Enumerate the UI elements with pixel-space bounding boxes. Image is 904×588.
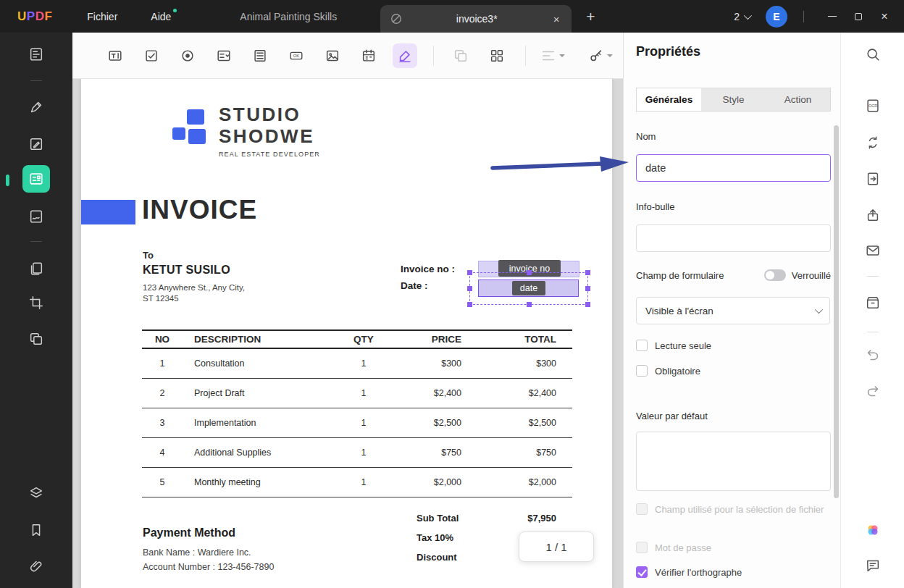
ai-assistant-button[interactable] — [859, 516, 887, 544]
resize-handle[interactable] — [585, 270, 590, 275]
image-field-tool[interactable] — [320, 43, 345, 68]
minimize-button[interactable] — [821, 6, 843, 28]
sidebar-pages-button[interactable] — [22, 255, 50, 282]
undo-button[interactable] — [859, 341, 887, 369]
signature-field-tool[interactable] — [393, 43, 417, 68]
redo-button[interactable] — [859, 377, 887, 405]
menu-fichier[interactable]: Fichier — [87, 11, 117, 22]
spellcheck-label: Vérifier l'orthographe — [655, 566, 742, 579]
sidebar-annotate-button[interactable] — [22, 93, 50, 121]
document-canvas[interactable]: STUDIO SHODWE REAL ESTATE DEVELOPER INVO… — [72, 79, 623, 588]
compare-button[interactable] — [859, 129, 887, 156]
subtotal-value: $7,950 — [527, 513, 556, 524]
tab-generales[interactable]: Générales — [637, 88, 701, 111]
panel-scrollbar[interactable] — [834, 125, 839, 498]
invoice-page: STUDIO SHODWE REAL ESTATE DEVELOPER INVO… — [81, 79, 612, 588]
ocr-button[interactable]: OCR — [859, 92, 887, 119]
cell: 3 — [142, 418, 183, 428]
readonly-checkbox-row[interactable]: Lecture seule — [636, 340, 826, 352]
page-indicator[interactable]: 1 / 1 — [519, 532, 594, 562]
locked-toggle[interactable] — [764, 269, 786, 281]
cell: $2,000 — [385, 477, 461, 487]
main-row: OK — [0, 33, 904, 588]
default-value-textarea[interactable] — [636, 432, 831, 491]
tab-animal-painting-skills[interactable]: Animal Painting Skills — [240, 11, 337, 22]
cell: Monthly meeting — [183, 477, 342, 487]
search-button[interactable] — [859, 41, 887, 68]
close-tab-icon[interactable]: × — [550, 13, 563, 25]
resize-handle[interactable] — [467, 286, 472, 291]
file-select-checkbox — [636, 503, 648, 515]
email-button[interactable] — [859, 237, 887, 264]
cell: 1 — [342, 418, 385, 428]
document-count-dropdown[interactable]: 2 — [734, 11, 750, 22]
name-label: Nom — [636, 131, 656, 142]
list-box-field-tool[interactable] — [248, 43, 272, 68]
sidebar-read-button[interactable] — [22, 41, 50, 68]
payment-block: Payment Method Bank Name : Wardiere Inc.… — [143, 526, 274, 574]
client-name: KETUT SUSILO — [143, 264, 230, 277]
cell: $2,500 — [385, 418, 461, 428]
export-page-button[interactable] — [859, 165, 887, 193]
archive-button[interactable] — [859, 289, 887, 316]
sidebar-attachments-button[interactable] — [22, 553, 50, 580]
cell: $300 — [461, 358, 572, 369]
readonly-checkbox[interactable] — [636, 340, 648, 351]
sidebar-sign-button[interactable] — [22, 203, 50, 230]
sidebar-layers-button[interactable] — [22, 479, 50, 507]
logo-letter: F — [44, 9, 52, 24]
resize-handle[interactable] — [527, 270, 532, 275]
tab-style[interactable]: Style — [701, 88, 766, 111]
sidebar-edit-button[interactable] — [22, 130, 50, 158]
invoice-title: INVOICE — [142, 195, 257, 225]
cell: Consultation — [183, 358, 342, 369]
sidebar-forms-button[interactable] — [22, 165, 50, 193]
right-sidebar: OCR — [840, 33, 904, 588]
maximize-button[interactable] — [848, 6, 869, 28]
required-checkbox[interactable] — [636, 365, 648, 377]
cell: $750 — [461, 448, 572, 458]
spellcheck-checkbox-row[interactable]: Vérifier l'orthographe — [636, 566, 826, 579]
date-field-tool[interactable] — [356, 43, 381, 68]
align-fields-tool[interactable] — [540, 48, 565, 64]
tab-invoice3[interactable]: invoice3* × — [380, 5, 572, 33]
resize-handle[interactable] — [527, 302, 532, 307]
share-button[interactable] — [859, 201, 887, 229]
name-input[interactable] — [636, 154, 831, 182]
logo-letter: U — [17, 9, 27, 24]
col-header: PRICE — [385, 334, 461, 345]
cell: $2,400 — [385, 388, 461, 398]
payment-account: Account Number : 123-456-7890 — [143, 560, 274, 575]
combo-box-field-tool[interactable] — [212, 43, 236, 68]
toggle-knob — [766, 271, 774, 280]
field-properties-tool[interactable] — [588, 48, 613, 64]
sidebar-bookmarks-button[interactable] — [22, 516, 50, 544]
form-toolbar: OK — [72, 33, 623, 79]
close-window-button[interactable]: × — [874, 6, 895, 28]
text-field-tool[interactable] — [103, 43, 127, 68]
resize-handle[interactable] — [585, 286, 590, 291]
menu-aide[interactable]: Aide — [151, 11, 171, 22]
arrange-fields-tool[interactable] — [485, 43, 509, 68]
sidebar-convert-button[interactable] — [22, 325, 50, 353]
resize-handle[interactable] — [467, 302, 472, 307]
visibility-select[interactable]: Visible à l'écran — [636, 297, 830, 324]
avatar[interactable]: E — [766, 6, 787, 28]
comment-button[interactable] — [859, 552, 887, 579]
checkbox-field-tool[interactable] — [139, 43, 164, 68]
cell: $2,400 — [461, 388, 572, 398]
push-button-field-tool[interactable]: OK — [284, 43, 309, 68]
radio-button-field-tool[interactable] — [175, 43, 200, 68]
required-checkbox-row[interactable]: Obligatoire — [636, 365, 826, 377]
titlebar-right-cluster: 2 E × — [734, 6, 895, 28]
sidebar-crop-button[interactable] — [22, 289, 50, 316]
spellcheck-checkbox[interactable] — [636, 566, 648, 578]
resize-handle[interactable] — [585, 302, 590, 307]
notification-dot — [173, 9, 177, 12]
duplicate-tool[interactable] — [448, 43, 473, 68]
menu-aide-label: Aide — [151, 11, 171, 22]
tab-action[interactable]: Action — [766, 88, 830, 111]
new-tab-button[interactable]: + — [586, 8, 595, 25]
resize-handle[interactable] — [467, 270, 472, 275]
tooltip-input[interactable] — [636, 224, 831, 252]
